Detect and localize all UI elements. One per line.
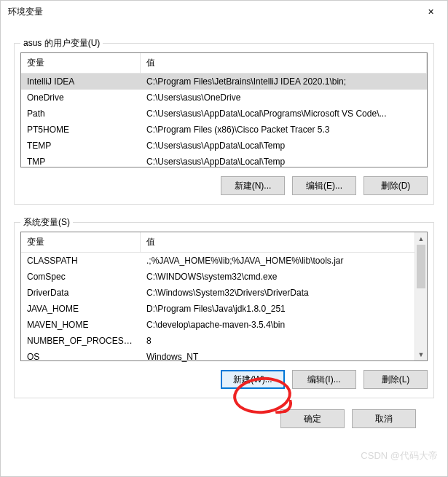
- variable-name-cell: OneDrive: [21, 90, 141, 106]
- system-delete-button[interactable]: 删除(L): [363, 370, 428, 389]
- scroll-thumb[interactable]: [417, 245, 425, 288]
- variable-name-cell: TEMP: [21, 138, 141, 154]
- variable-value-cell: .;%JAVA_HOME%\lib;%JAVA_HOME%\lib\tools.…: [141, 253, 427, 269]
- column-header-value[interactable]: 值: [141, 53, 427, 73]
- cancel-button[interactable]: 取消: [352, 409, 416, 428]
- variable-name-cell: TMP: [21, 154, 141, 170]
- table-row[interactable]: OneDriveC:\Users\asus\OneDrive: [21, 90, 427, 106]
- variable-value-cell: C:\Windows\System32\Drivers\DriverData: [141, 285, 427, 301]
- variable-name-cell: JAVA_HOME: [21, 301, 141, 317]
- system-variables-table[interactable]: 变量 值 CLASSPATH.;%JAVA_HOME%\lib;%JAVA_HO…: [20, 232, 428, 361]
- env-vars-dialog: 环境变量 × asus 的用户变量(U) 变量 值 IntelliJ IDEAC…: [0, 0, 448, 477]
- table-row[interactable]: ComSpecC:\WINDOWS\system32\cmd.exe: [21, 269, 427, 285]
- content-area: asus 的用户变量(U) 变量 值 IntelliJ IDEAC:\Progr…: [1, 23, 447, 435]
- user-button-row: 新建(N)... 编辑(E)... 删除(D): [20, 176, 428, 195]
- system-scrollbar[interactable]: ▲ ▼: [414, 232, 427, 360]
- variable-value-cell: C:\Users\asus\AppData\Local\Temp: [141, 138, 427, 154]
- user-variables-table[interactable]: 变量 值 IntelliJ IDEAC:\Program Files\JetBr…: [20, 52, 428, 167]
- variable-value-cell: C:\Users\asus\AppData\Local\Temp: [141, 154, 427, 170]
- user-new-button[interactable]: 新建(N)...: [221, 176, 285, 195]
- titlebar: 环境变量 ×: [1, 1, 447, 23]
- column-header-variable[interactable]: 变量: [21, 232, 141, 252]
- variable-name-cell: MAVEN_HOME: [21, 317, 141, 333]
- system-new-button[interactable]: 新建(W)...: [221, 370, 285, 389]
- table-row[interactable]: IntelliJ IDEAC:\Program Files\JetBrains\…: [21, 74, 427, 90]
- variable-name-cell: DriverData: [21, 285, 141, 301]
- column-header-variable[interactable]: 变量: [21, 53, 141, 73]
- scroll-down-icon[interactable]: ▼: [415, 348, 427, 360]
- variable-value-cell: Windows_NT: [141, 349, 427, 365]
- table-row[interactable]: PT5HOMEC:\Program Files (x86)\Cisco Pack…: [21, 122, 427, 138]
- user-delete-button[interactable]: 删除(D): [363, 176, 428, 195]
- variable-value-cell: C:\Users\asus\OneDrive: [141, 90, 427, 106]
- dialog-footer: 确定 取消: [14, 398, 434, 428]
- variable-name-cell: Path: [21, 106, 141, 122]
- scroll-up-icon[interactable]: ▲: [415, 232, 427, 245]
- variable-name-cell: IntelliJ IDEA: [21, 74, 141, 90]
- system-table-header: 变量 值: [21, 232, 427, 253]
- table-row[interactable]: OSWindows_NT: [21, 349, 427, 365]
- table-row[interactable]: CLASSPATH.;%JAVA_HOME%\lib;%JAVA_HOME%\l…: [21, 253, 427, 269]
- window-title: 环境变量: [8, 6, 43, 18]
- table-row[interactable]: NUMBER_OF_PROCESSORS8: [21, 333, 427, 349]
- user-edit-button[interactable]: 编辑(E)...: [292, 176, 356, 195]
- table-row[interactable]: TEMPC:\Users\asus\AppData\Local\Temp: [21, 138, 427, 154]
- close-icon[interactable]: ×: [414, 1, 447, 23]
- variable-value-cell: C:\Program Files (x86)\Cisco Packet Trac…: [141, 122, 427, 138]
- variable-value-cell: D:\Program Files\Java\jdk1.8.0_251: [141, 301, 427, 317]
- system-edit-button[interactable]: 编辑(I)...: [292, 370, 356, 389]
- variable-value-cell: C:\develop\apache-maven-3.5.4\bin: [141, 317, 427, 333]
- system-button-row: 新建(W)... 编辑(I)... 删除(L): [20, 370, 428, 389]
- variable-value-cell: C:\WINDOWS\system32\cmd.exe: [141, 269, 427, 285]
- ok-button[interactable]: 确定: [280, 409, 345, 428]
- user-variables-group: asus 的用户变量(U) 变量 值 IntelliJ IDEAC:\Progr…: [14, 43, 434, 205]
- variable-name-cell: PT5HOME: [21, 122, 141, 138]
- table-row[interactable]: PathC:\Users\asus\AppData\Local\Programs…: [21, 106, 427, 122]
- variable-name-cell: CLASSPATH: [21, 253, 141, 269]
- variable-value-cell: C:\Program Files\JetBrains\IntelliJ IDEA…: [141, 74, 427, 90]
- system-group-label: 系统变量(S): [20, 216, 73, 229]
- system-table-body: CLASSPATH.;%JAVA_HOME%\lib;%JAVA_HOME%\l…: [21, 253, 427, 365]
- variable-value-cell: C:\Users\asus\AppData\Local\Programs\Mic…: [141, 106, 427, 122]
- table-row[interactable]: MAVEN_HOMEC:\develop\apache-maven-3.5.4\…: [21, 317, 427, 333]
- variable-name-cell: ComSpec: [21, 269, 141, 285]
- table-row[interactable]: TMPC:\Users\asus\AppData\Local\Temp: [21, 154, 427, 170]
- variable-value-cell: 8: [141, 333, 427, 349]
- table-row[interactable]: JAVA_HOMED:\Program Files\Java\jdk1.8.0_…: [21, 301, 427, 317]
- watermark-text: CSDN @代码大帝: [361, 449, 438, 462]
- variable-name-cell: OS: [21, 349, 141, 365]
- user-group-label: asus 的用户变量(U): [20, 37, 103, 50]
- system-variables-group: 系统变量(S) 变量 值 CLASSPATH.;%JAVA_HOME%\lib;…: [14, 222, 434, 398]
- table-row[interactable]: DriverDataC:\Windows\System32\Drivers\Dr…: [21, 285, 427, 301]
- variable-name-cell: NUMBER_OF_PROCESSORS: [21, 333, 141, 349]
- user-table-body: IntelliJ IDEAC:\Program Files\JetBrains\…: [21, 74, 427, 170]
- column-header-value[interactable]: 值: [141, 232, 427, 252]
- user-table-header: 变量 值: [21, 53, 427, 74]
